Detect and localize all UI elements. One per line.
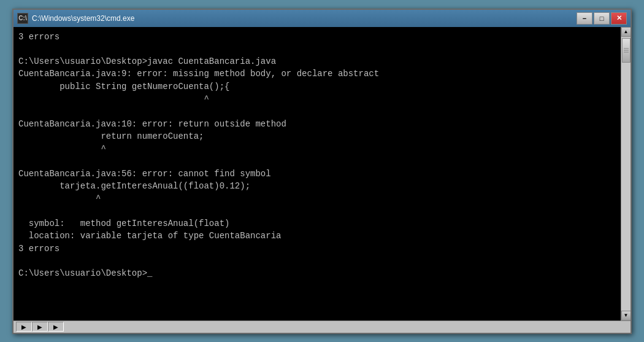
scrollbar[interactable]: ▲ ▼ — [621, 27, 631, 321]
terminal-line-5: public String getNumeroCuenta();{ — [18, 82, 229, 91]
terminal-line-8: CuentaBancaria.java:10: error: return ou… — [18, 119, 286, 129]
statusbar-item-2: ▶ — [32, 322, 48, 332]
statusbar-item-1: ▶ — [16, 322, 32, 332]
terminal-line-20: C:\Users\usuario\Desktop>_ — [18, 268, 152, 278]
cmd-window: C:\ C:\Windows\system32\cmd.exe − □ ✕ 3 … — [12, 9, 632, 334]
terminal-line-13: tarjeta.getInteresAnual((float)0.12); — [18, 181, 250, 191]
scroll-thumb[interactable] — [622, 38, 631, 63]
terminal-line-12: CuentaBancaria.java:56: error: cannot fi… — [18, 169, 271, 179]
window-icon: C:\ — [17, 13, 28, 24]
grip-line-2 — [624, 50, 629, 50]
terminal-line-6: ^ — [18, 94, 209, 104]
scroll-grip — [624, 48, 629, 52]
scroll-up-arrow[interactable]: ▲ — [621, 27, 631, 37]
minimize-button[interactable]: − — [577, 12, 592, 25]
status-icon-1: ▶ — [21, 324, 26, 330]
statusbar: ▶ ▶ ▶ — [13, 321, 631, 333]
terminal-line-14: ^ — [18, 193, 101, 203]
terminal-line-10: ^ — [18, 144, 106, 154]
window-controls: − □ ✕ — [577, 12, 627, 25]
terminal-line-9: return numeroCuenta; — [18, 131, 204, 141]
content-area: 3 errors C:\Users\usuario\Desktop>javac … — [13, 27, 631, 321]
status-icon-3: ▶ — [53, 324, 58, 330]
terminal-line-3: C:\Users\usuario\Desktop>javac CuentaBan… — [18, 56, 276, 66]
grip-line-1 — [624, 48, 629, 49]
terminal-output[interactable]: 3 errors C:\Users\usuario\Desktop>javac … — [13, 27, 621, 321]
grip-line-3 — [624, 52, 629, 52]
terminal-line-18: 3 errors — [18, 244, 59, 254]
window-title: C:\Windows\system32\cmd.exe — [32, 14, 577, 23]
terminal-line-16: symbol: method getInteresAnual(float) — [18, 219, 229, 228]
statusbar-item-3: ▶ — [48, 322, 64, 332]
scroll-down-arrow[interactable]: ▼ — [621, 311, 631, 321]
close-button[interactable]: ✕ — [611, 12, 627, 25]
terminal-line-1: 3 errors — [18, 32, 59, 42]
maximize-button[interactable]: □ — [594, 12, 610, 25]
title-bar: C:\ C:\Windows\system32\cmd.exe − □ ✕ — [13, 10, 631, 27]
status-icon-2: ▶ — [37, 324, 42, 330]
terminal-line-17: location: variable tarjeta of type Cuent… — [18, 231, 281, 241]
terminal-line-4: CuentaBancaria.java:9: error: missing me… — [18, 69, 379, 79]
scroll-track[interactable] — [621, 37, 631, 311]
